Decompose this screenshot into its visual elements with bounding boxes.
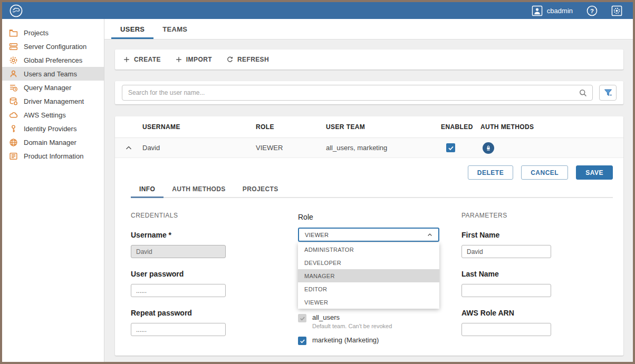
last-name-label: Last Name: [461, 270, 613, 278]
role-select[interactable]: VIEWER: [298, 228, 439, 242]
filter-button[interactable]: [599, 85, 617, 101]
sidebar-item-users-and-teams[interactable]: Users and Teams: [2, 67, 104, 81]
sidebar-item-identity-providers[interactable]: Identity Providers: [2, 122, 104, 135]
save-button[interactable]: SAVE: [576, 165, 613, 180]
teams-section: all_users Default team. Can't be revoked: [298, 313, 461, 345]
user-menu[interactable]: cbadmin: [532, 5, 573, 16]
aws-role-arn-label: AWS Role ARN: [461, 309, 613, 317]
col-user-team: USER TEAM: [326, 123, 441, 131]
app-logo: [9, 4, 23, 18]
sidebar-item-driver-management[interactable]: Driver Management: [2, 94, 104, 108]
import-button[interactable]: IMPORT: [175, 56, 212, 63]
role-option-manager[interactable]: MANAGER: [298, 269, 439, 282]
globe-icon: [9, 138, 18, 147]
plus-icon: [175, 56, 182, 63]
aws-role-arn-field[interactable]: [461, 323, 551, 336]
table-row[interactable]: David VIEWER all_users, marketing: [115, 138, 623, 158]
password-auth-icon: [485, 145, 492, 151]
admin-settings-button[interactable]: [611, 5, 622, 16]
sidebar-item-domain-manager[interactable]: Domain Manager: [2, 135, 104, 149]
key-icon: [9, 124, 18, 133]
all-users-note: Default team. Can't be revoked: [312, 323, 392, 329]
detail-actions: DELETE CANCEL SAVE: [468, 165, 613, 180]
tab-projects[interactable]: PROJECTS: [234, 181, 287, 197]
username-label: Username *: [131, 231, 298, 239]
sidebar-item-product-information[interactable]: Product Information: [2, 149, 104, 163]
user-info-form: CREDENTIALS Username * User password Rep…: [131, 212, 613, 345]
cell-username: David: [142, 144, 256, 152]
database-icon: [9, 97, 18, 106]
tab-info[interactable]: INFO: [131, 181, 163, 197]
top-header: cbadmin ?: [2, 2, 633, 19]
col-role: ROLE: [256, 123, 326, 131]
tab-teams[interactable]: TEAMS: [153, 19, 196, 39]
search-bar: [115, 81, 623, 104]
refresh-icon: [226, 56, 234, 63]
cancel-button[interactable]: CANCEL: [521, 165, 568, 180]
cell-user-team: all_users, marketing: [326, 144, 441, 152]
sidebar-item-projects[interactable]: Projects: [2, 26, 104, 40]
role-section: Role VIEWER ADMINISTRATOR DEVELOPER MANA…: [298, 212, 461, 345]
search-field-wrap: [122, 85, 593, 101]
credentials-title: CREDENTIALS: [131, 212, 298, 219]
actions-toolbar: CREATE IMPORT REFRESH: [115, 50, 623, 70]
password-auth-badge: [483, 142, 494, 154]
sidebar-item-query-manager[interactable]: Query Manager: [2, 81, 104, 94]
enabled-checkbox[interactable]: [446, 143, 455, 152]
sidebar-item-label: Domain Manager: [24, 139, 76, 146]
role-selected-value: VIEWER: [305, 232, 329, 238]
sidebar-item-server-configuration[interactable]: Server Configuration: [2, 40, 104, 53]
role-option-developer[interactable]: DEVELOPER: [298, 256, 439, 269]
sidebar-item-label: Global Preferences: [24, 56, 82, 64]
query-clock-icon: [9, 83, 18, 92]
user-detail-panel: DELETE CANCEL SAVE INFO AUTH METHODS PRO…: [115, 158, 623, 345]
content-area: CREATE IMPORT REFRESH: [104, 40, 633, 362]
repeat-password-field[interactable]: [131, 323, 226, 336]
tab-auth-methods[interactable]: AUTH METHODS: [163, 181, 234, 197]
chevron-up-icon: [124, 144, 133, 152]
sidebar-item-label: Server Configuration: [24, 43, 86, 51]
checkbox-checked-icon: [300, 338, 305, 344]
document-icon: [9, 152, 18, 161]
parameters-section: PARAMETERS First Name Last Name AWS Role…: [461, 212, 613, 345]
sidebar-item-global-preferences[interactable]: Global Preferences: [2, 53, 104, 67]
delete-button[interactable]: DELETE: [468, 165, 513, 180]
password-field[interactable]: [131, 284, 226, 297]
cell-role: VIEWER: [256, 144, 326, 152]
server-icon: [9, 42, 18, 51]
sidebar-item-label: Users and Teams: [24, 70, 77, 78]
help-button[interactable]: ?: [586, 5, 598, 16]
role-option-administrator[interactable]: ADMINISTRATOR: [298, 243, 439, 256]
first-name-field[interactable]: [461, 245, 551, 258]
col-enabled: ENABLED: [441, 123, 480, 131]
sidebar-item-label: Query Manager: [24, 84, 71, 92]
team-all-users: all_users Default team. Can't be revoked: [298, 313, 461, 329]
credentials-section: CREDENTIALS Username * User password Rep…: [131, 212, 298, 345]
all-users-label: all_users: [312, 313, 392, 321]
main-panel: USERS TEAMS CREATE IMPORT RE: [104, 19, 633, 362]
collapse-row-button[interactable]: [115, 144, 142, 152]
user-avatar-icon: [532, 5, 543, 16]
refresh-button[interactable]: REFRESH: [226, 56, 269, 63]
role-option-editor[interactable]: EDITOR: [298, 282, 439, 296]
last-name-field[interactable]: [461, 284, 551, 297]
sidebar-item-label: Projects: [24, 29, 49, 37]
sidebar-item-aws-settings[interactable]: AWS Settings: [2, 108, 104, 122]
sidebar-item-label: Driver Management: [24, 97, 84, 105]
role-option-viewer[interactable]: VIEWER: [298, 296, 439, 309]
sidebar-nav: Projects Server Configuration Global Pre…: [2, 19, 104, 362]
role-label: Role: [298, 213, 461, 221]
chevron-up-icon: [427, 232, 433, 238]
tab-users[interactable]: USERS: [111, 19, 153, 39]
checkbox-checked-icon: [448, 145, 454, 151]
table-header-row: USERNAME ROLE USER TEAM ENABLED AUTH MET…: [115, 116, 623, 138]
create-button[interactable]: CREATE: [123, 56, 161, 63]
user-icon: [9, 70, 18, 78]
marketing-checkbox[interactable]: [298, 337, 306, 345]
team-marketing: marketing (Marketing): [298, 336, 461, 345]
search-input[interactable]: [128, 89, 579, 96]
marketing-label: marketing (Marketing): [312, 336, 379, 345]
username-label: cbadmin: [547, 7, 573, 15]
main-tabs: USERS TEAMS: [104, 19, 633, 40]
search-icon: [579, 88, 588, 97]
